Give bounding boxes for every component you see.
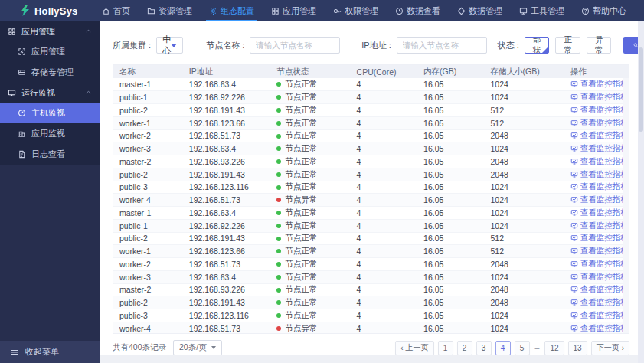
top-navbar: HollySys 首页资源管理组态配置应用管理权限管理数据查看数据管理工具管理帮… [0,0,644,21]
view-metrics-link[interactable]: 查看监控指标 [570,195,629,205]
node-name-input[interactable] [250,37,340,54]
file-icon [18,150,26,159]
monitor-chart-icon [570,234,578,242]
sidebar-section-2[interactable]: 运行监视 [0,83,100,103]
next-page-button[interactable]: 下一页› [591,341,629,355]
nav-item-monitor[interactable]: 工具管理 [511,0,573,21]
cell-storage: 512 [485,232,564,245]
prev-page-button[interactable]: ‹上一页 [395,341,433,355]
nav-item-grid[interactable]: 应用管理 [263,0,325,21]
view-metrics-link[interactable]: 查看监控指标 [570,79,629,90]
cell-mem: 16.05 [417,245,484,258]
cell-ip: 192.168.93.226 [183,283,270,296]
view-metrics-link[interactable]: 查看监控指标 [570,130,629,141]
view-metrics-link[interactable]: 查看监控指标 [570,246,629,257]
view-metrics-link[interactable]: 查看监控指标 [570,182,629,192]
cell-ip: 192.168.63.4 [183,142,270,155]
nav-item-diamond[interactable]: 数据管理 [449,0,511,21]
sidebar-item-storage[interactable]: 存储卷管理 [0,62,100,83]
cell-action: 查看监控指标 [564,104,629,117]
ip-input[interactable] [397,37,487,54]
status-text: 节点正常 [285,284,317,293]
view-metrics-link[interactable]: 查看监控指标 [570,156,629,167]
view-metrics-link[interactable]: 查看监控指标 [570,233,629,244]
view-metrics-link[interactable]: 查看监控指标 [570,92,629,103]
key-icon [333,7,342,15]
table-header-row: 名称IP地址节点状态CPU(Core)内存(GB)存储大小(GB)操作 [113,65,629,78]
status-text: 节点正常 [285,259,317,268]
sidebar-item-file[interactable]: 日志查看 [0,144,100,165]
table-row: public-3192.168.123.116节点正常416.051024查看监… [113,181,629,194]
node-name-label: 节点名称 : [206,40,244,51]
cell-action: 查看监控指标 [564,116,629,129]
sidebar-section-label: 运行监视 [21,87,55,99]
page-button-12[interactable]: 12 [544,341,564,355]
nav-item-clock[interactable]: 数据查看 [387,0,449,21]
collapse-menu-button[interactable]: 收起菜单 [0,341,100,363]
sidebar-section-1[interactable]: 应用管理 [0,21,100,41]
page-button-2[interactable]: 2 [457,341,472,355]
cell-name: public-2 [113,296,183,309]
view-metrics-link[interactable]: 查看监控指标 [570,297,629,308]
cell-status: 节点正常 [270,219,350,232]
page-button-13[interactable]: 13 [568,341,587,355]
sidebar-item-app[interactable]: 应用管理 [0,41,100,62]
view-metrics-label: 查看监控指标 [580,323,629,334]
view-metrics-link[interactable]: 查看监控指标 [570,284,629,295]
nav-item-help[interactable]: 帮助中心 [573,0,635,21]
hamburger-icon [10,348,19,357]
column-header: 内存(GB) [417,65,484,78]
view-metrics-link[interactable]: 查看监控指标 [570,118,629,129]
page-size-select[interactable]: 20条/页 [173,340,222,355]
view-metrics-link[interactable]: 查看监控指标 [570,221,629,231]
monitor-chart-icon [570,145,578,152]
view-metrics-label: 查看监控指标 [580,233,629,244]
nav-item-label: 工具管理 [531,5,564,17]
nav-item-home[interactable]: 首页 [93,0,139,21]
nav-item-folder[interactable]: 资源管理 [139,0,201,21]
diamond-icon [457,7,466,15]
view-metrics-link[interactable]: 查看监控指标 [570,259,629,270]
grid-icon [271,7,280,15]
view-metrics-link[interactable]: 查看监控指标 [570,143,629,154]
monitor-chart-icon [570,106,578,114]
cell-storage: 2048 [485,283,564,296]
status-option-3[interactable]: 异常 [587,37,612,54]
view-metrics-link[interactable]: 查看监控指标 [570,208,629,218]
table-row: master-2192.168.93.226节点正常416.052048查看监控… [113,283,629,296]
page-button-5[interactable]: 5 [515,341,530,355]
cluster-select[interactable]: 中心 [156,37,183,54]
nav-item-key[interactable]: 权限管理 [325,0,387,21]
page-button-3[interactable]: 3 [476,341,492,355]
view-metrics-link[interactable]: 查看监控指标 [570,169,629,180]
column-header: 操作 [564,65,629,78]
cluster-label: 所属集群 : [113,40,151,51]
nav-item-more[interactable]: 更多 [635,0,644,21]
cell-ip: 192.168.93.226 [183,155,270,168]
cell-status: 节点正常 [270,91,350,104]
status-option-1[interactable]: 全部状态 [525,37,550,54]
cell-cpu: 4 [351,116,417,129]
status-option-2[interactable]: 正常 [555,37,580,54]
nav-item-label: 首页 [113,5,130,17]
page-button-1[interactable]: 1 [438,341,453,355]
monitor-chart-icon [570,93,578,101]
status-dot-icon [276,172,281,177]
ip-label: IP地址 : [361,40,391,51]
status-label: 状态 : [498,40,519,51]
view-metrics-link[interactable]: 查看监控指标 [570,323,629,334]
cell-ip: 192.168.123.66 [183,245,270,258]
sidebar-item-building[interactable]: 应用监视 [0,123,100,144]
page-scrollbar[interactable] [638,21,644,363]
view-metrics-link[interactable]: 查看监控指标 [570,105,629,116]
nav-item-gear[interactable]: 组态配置 [201,0,263,21]
table-scrollbar[interactable] [623,78,629,333]
cell-mem: 16.05 [417,155,484,168]
status-text: 节点正常 [285,233,317,242]
view-metrics-link[interactable]: 查看监控指标 [570,272,629,283]
page-button-4[interactable]: 4 [495,341,511,355]
sidebar-item-host[interactable]: 主机监视 [0,103,100,123]
view-metrics-link[interactable]: 查看监控指标 [570,310,629,321]
chevron-down-icon [171,44,177,47]
cell-ip: 192.168.51.73 [183,322,270,334]
